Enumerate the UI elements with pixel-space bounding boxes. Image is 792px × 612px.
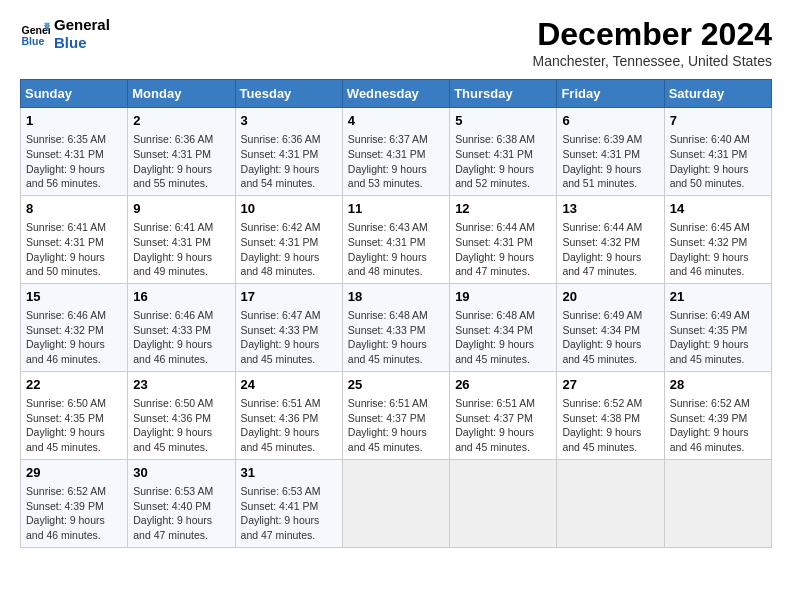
calendar-cell: 14 Sunrise: 6:45 AM Sunset: 4:32 PM Dayl… bbox=[664, 195, 771, 283]
calendar-cell: 31 Sunrise: 6:53 AM Sunset: 4:41 PM Dayl… bbox=[235, 459, 342, 547]
logo: General Blue General Blue bbox=[20, 16, 110, 52]
weekday-header: Friday bbox=[557, 80, 664, 108]
sunrise-label: Sunrise: 6:36 AM bbox=[241, 133, 321, 145]
calendar-week-row: 29 Sunrise: 6:52 AM Sunset: 4:39 PM Dayl… bbox=[21, 459, 772, 547]
sunset-label: Sunset: 4:31 PM bbox=[26, 148, 104, 160]
calendar-week-row: 8 Sunrise: 6:41 AM Sunset: 4:31 PM Dayli… bbox=[21, 195, 772, 283]
calendar-cell: 28 Sunrise: 6:52 AM Sunset: 4:39 PM Dayl… bbox=[664, 371, 771, 459]
daylight-label: Daylight: 9 hours and 45 minutes. bbox=[562, 426, 641, 453]
calendar-cell: 20 Sunrise: 6:49 AM Sunset: 4:34 PM Dayl… bbox=[557, 283, 664, 371]
day-number: 20 bbox=[562, 288, 658, 306]
sunrise-label: Sunrise: 6:47 AM bbox=[241, 309, 321, 321]
calendar-week-row: 15 Sunrise: 6:46 AM Sunset: 4:32 PM Dayl… bbox=[21, 283, 772, 371]
day-number: 31 bbox=[241, 464, 337, 482]
day-number: 7 bbox=[670, 112, 766, 130]
sunrise-label: Sunrise: 6:42 AM bbox=[241, 221, 321, 233]
sunrise-label: Sunrise: 6:41 AM bbox=[26, 221, 106, 233]
day-number: 8 bbox=[26, 200, 122, 218]
daylight-label: Daylight: 9 hours and 45 minutes. bbox=[348, 338, 427, 365]
day-number: 18 bbox=[348, 288, 444, 306]
weekday-header: Monday bbox=[128, 80, 235, 108]
sunset-label: Sunset: 4:35 PM bbox=[26, 412, 104, 424]
daylight-label: Daylight: 9 hours and 47 minutes. bbox=[455, 251, 534, 278]
logo-blue: Blue bbox=[54, 34, 110, 52]
calendar-cell: 4 Sunrise: 6:37 AM Sunset: 4:31 PM Dayli… bbox=[342, 108, 449, 196]
sunrise-label: Sunrise: 6:48 AM bbox=[348, 309, 428, 321]
sunset-label: Sunset: 4:38 PM bbox=[562, 412, 640, 424]
daylight-label: Daylight: 9 hours and 45 minutes. bbox=[26, 426, 105, 453]
logo-icon: General Blue bbox=[20, 19, 50, 49]
calendar-cell: 11 Sunrise: 6:43 AM Sunset: 4:31 PM Dayl… bbox=[342, 195, 449, 283]
calendar-cell: 2 Sunrise: 6:36 AM Sunset: 4:31 PM Dayli… bbox=[128, 108, 235, 196]
calendar-cell bbox=[342, 459, 449, 547]
sunrise-label: Sunrise: 6:39 AM bbox=[562, 133, 642, 145]
calendar-cell bbox=[557, 459, 664, 547]
sunset-label: Sunset: 4:32 PM bbox=[562, 236, 640, 248]
svg-text:Blue: Blue bbox=[22, 35, 45, 47]
sunset-label: Sunset: 4:31 PM bbox=[133, 236, 211, 248]
sunrise-label: Sunrise: 6:36 AM bbox=[133, 133, 213, 145]
sunrise-label: Sunrise: 6:52 AM bbox=[26, 485, 106, 497]
weekday-header: Wednesday bbox=[342, 80, 449, 108]
day-number: 11 bbox=[348, 200, 444, 218]
sunset-label: Sunset: 4:31 PM bbox=[133, 148, 211, 160]
day-number: 19 bbox=[455, 288, 551, 306]
sunrise-label: Sunrise: 6:38 AM bbox=[455, 133, 535, 145]
sunrise-label: Sunrise: 6:52 AM bbox=[670, 397, 750, 409]
calendar-cell: 13 Sunrise: 6:44 AM Sunset: 4:32 PM Dayl… bbox=[557, 195, 664, 283]
calendar-cell: 5 Sunrise: 6:38 AM Sunset: 4:31 PM Dayli… bbox=[450, 108, 557, 196]
sunset-label: Sunset: 4:31 PM bbox=[241, 236, 319, 248]
day-number: 6 bbox=[562, 112, 658, 130]
day-number: 5 bbox=[455, 112, 551, 130]
sunrise-label: Sunrise: 6:51 AM bbox=[455, 397, 535, 409]
day-number: 13 bbox=[562, 200, 658, 218]
sunset-label: Sunset: 4:33 PM bbox=[133, 324, 211, 336]
calendar-week-row: 1 Sunrise: 6:35 AM Sunset: 4:31 PM Dayli… bbox=[21, 108, 772, 196]
day-number: 28 bbox=[670, 376, 766, 394]
calendar-cell: 17 Sunrise: 6:47 AM Sunset: 4:33 PM Dayl… bbox=[235, 283, 342, 371]
sunset-label: Sunset: 4:31 PM bbox=[348, 148, 426, 160]
day-number: 1 bbox=[26, 112, 122, 130]
sunset-label: Sunset: 4:32 PM bbox=[26, 324, 104, 336]
sunset-label: Sunset: 4:31 PM bbox=[348, 236, 426, 248]
day-number: 24 bbox=[241, 376, 337, 394]
sunrise-label: Sunrise: 6:35 AM bbox=[26, 133, 106, 145]
sunrise-label: Sunrise: 6:50 AM bbox=[26, 397, 106, 409]
calendar-cell: 24 Sunrise: 6:51 AM Sunset: 4:36 PM Dayl… bbox=[235, 371, 342, 459]
daylight-label: Daylight: 9 hours and 45 minutes. bbox=[241, 338, 320, 365]
sunrise-label: Sunrise: 6:44 AM bbox=[562, 221, 642, 233]
calendar-table: SundayMondayTuesdayWednesdayThursdayFrid… bbox=[20, 79, 772, 548]
daylight-label: Daylight: 9 hours and 48 minutes. bbox=[348, 251, 427, 278]
sunrise-label: Sunrise: 6:49 AM bbox=[670, 309, 750, 321]
calendar-cell: 25 Sunrise: 6:51 AM Sunset: 4:37 PM Dayl… bbox=[342, 371, 449, 459]
calendar-cell: 27 Sunrise: 6:52 AM Sunset: 4:38 PM Dayl… bbox=[557, 371, 664, 459]
daylight-label: Daylight: 9 hours and 45 minutes. bbox=[455, 338, 534, 365]
day-number: 17 bbox=[241, 288, 337, 306]
day-number: 16 bbox=[133, 288, 229, 306]
calendar-cell: 16 Sunrise: 6:46 AM Sunset: 4:33 PM Dayl… bbox=[128, 283, 235, 371]
calendar-cell: 8 Sunrise: 6:41 AM Sunset: 4:31 PM Dayli… bbox=[21, 195, 128, 283]
sunrise-label: Sunrise: 6:49 AM bbox=[562, 309, 642, 321]
daylight-label: Daylight: 9 hours and 46 minutes. bbox=[670, 251, 749, 278]
sunset-label: Sunset: 4:31 PM bbox=[26, 236, 104, 248]
daylight-label: Daylight: 9 hours and 45 minutes. bbox=[348, 426, 427, 453]
sunrise-label: Sunrise: 6:43 AM bbox=[348, 221, 428, 233]
sunset-label: Sunset: 4:39 PM bbox=[26, 500, 104, 512]
day-number: 27 bbox=[562, 376, 658, 394]
daylight-label: Daylight: 9 hours and 54 minutes. bbox=[241, 163, 320, 190]
sunrise-label: Sunrise: 6:48 AM bbox=[455, 309, 535, 321]
calendar-cell bbox=[450, 459, 557, 547]
sunset-label: Sunset: 4:32 PM bbox=[670, 236, 748, 248]
sunrise-label: Sunrise: 6:44 AM bbox=[455, 221, 535, 233]
calendar-cell: 19 Sunrise: 6:48 AM Sunset: 4:34 PM Dayl… bbox=[450, 283, 557, 371]
sunrise-label: Sunrise: 6:41 AM bbox=[133, 221, 213, 233]
daylight-label: Daylight: 9 hours and 46 minutes. bbox=[133, 338, 212, 365]
daylight-label: Daylight: 9 hours and 49 minutes. bbox=[133, 251, 212, 278]
calendar-cell: 15 Sunrise: 6:46 AM Sunset: 4:32 PM Dayl… bbox=[21, 283, 128, 371]
sunrise-label: Sunrise: 6:53 AM bbox=[241, 485, 321, 497]
sunrise-label: Sunrise: 6:50 AM bbox=[133, 397, 213, 409]
weekday-header: Tuesday bbox=[235, 80, 342, 108]
calendar-cell bbox=[664, 459, 771, 547]
sunrise-label: Sunrise: 6:46 AM bbox=[133, 309, 213, 321]
day-number: 29 bbox=[26, 464, 122, 482]
